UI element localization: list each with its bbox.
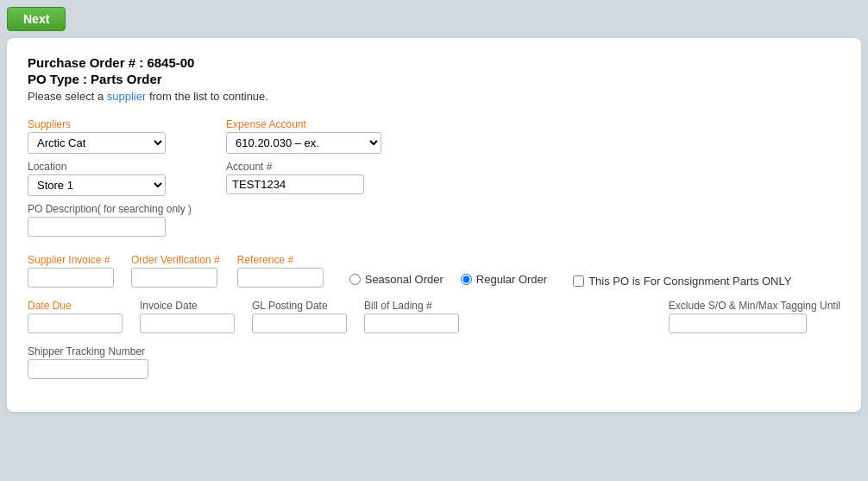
shipper-row: Shipper Tracking Number [28,345,840,379]
gl-posting-field: GL Posting Date [252,300,347,333]
exclude-label: Exclude S/O & Min/Max Tagging Until [669,300,840,312]
date-due-input[interactable] [28,313,123,333]
instruction-text: Please select a [28,90,107,103]
description-label: PO Description( for searching only ) [28,203,192,215]
order-verification-field: Order Verification # [131,254,220,288]
expense-label: Expense Account [226,118,381,130]
form-left: Suppliers Arctic Cat Location Store 1 PO… [28,118,192,237]
invoice-date-field: Invoice Date [140,300,235,333]
bill-of-lading-label: Bill of Lading # [364,300,459,312]
shipper-label: Shipper Tracking Number [28,345,148,358]
description-field: PO Description( for searching only ) [28,203,192,237]
fields-row-1: Supplier Invoice # Order Verification # … [28,254,840,288]
po-type: PO Type : Parts Order [28,72,840,86]
suppliers-field: Suppliers Arctic Cat [28,118,192,154]
supplier-invoice-label: Supplier Invoice # [28,254,114,266]
date-due-field: Date Due [28,300,123,333]
regular-order-label: Regular Order [476,273,547,286]
description-input[interactable] [28,217,166,237]
bill-of-lading-input[interactable] [364,313,459,333]
account-input[interactable] [226,174,364,194]
order-verification-input[interactable] [131,268,217,288]
supplier-link[interactable]: supplier [107,90,147,103]
location-label: Location [28,161,192,173]
consignment-checkbox-label[interactable]: This PO is For Consignment Parts ONLY [573,275,791,288]
account-field: Account # [226,161,381,194]
reference-field: Reference # [237,254,324,288]
expense-select[interactable]: 610.20.030 – ex. [226,132,381,154]
gl-posting-input[interactable] [252,313,347,333]
account-label: Account # [226,161,381,173]
form-right: Expense Account 610.20.030 – ex. Account… [226,118,381,194]
date-due-label: Date Due [28,300,123,312]
shipper-field: Shipper Tracking Number [28,345,148,379]
invoice-date-input[interactable] [140,313,235,333]
regular-order-radio-label[interactable]: Regular Order [461,273,547,286]
main-card: Purchase Order # : 6845-00 PO Type : Par… [7,38,861,412]
reference-label: Reference # [237,254,324,266]
fields-row-2: Date Due Invoice Date GL Posting Date Bi… [28,300,840,333]
gl-posting-label: GL Posting Date [252,300,347,312]
bill-of-lading-field: Bill of Lading # [364,300,459,333]
form-section: Suppliers Arctic Cat Location Store 1 PO… [28,118,840,237]
location-field: Location Store 1 [28,161,192,196]
po-number: Purchase Order # : 6845-00 [28,55,840,70]
seasonal-order-radio-label[interactable]: Seasonal Order [349,273,443,286]
regular-order-radio[interactable] [461,274,472,285]
shipper-input[interactable] [28,359,148,379]
expense-field: Expense Account 610.20.030 – ex. [226,118,381,154]
reference-input[interactable] [237,268,324,288]
location-select[interactable]: Store 1 [28,174,166,196]
consignment-checkbox[interactable] [573,275,584,287]
suppliers-label: Suppliers [28,118,192,130]
supplier-invoice-field: Supplier Invoice # [28,254,114,288]
po-instruction: Please select a supplier from the list t… [28,90,840,103]
exclude-input[interactable] [669,313,807,333]
seasonal-order-label: Seasonal Order [365,273,443,286]
instruction-suffix: from the list to continue. [146,90,268,103]
exclude-field: Exclude S/O & Min/Max Tagging Until [669,300,840,333]
consignment-label: This PO is For Consignment Parts ONLY [588,275,791,288]
radio-group: Seasonal Order Regular Order [349,273,547,288]
invoice-date-label: Invoice Date [140,300,235,312]
suppliers-select[interactable]: Arctic Cat [28,132,166,154]
seasonal-order-radio[interactable] [349,274,361,285]
next-button[interactable]: Next [7,7,66,31]
order-verification-label: Order Verification # [131,254,220,266]
supplier-invoice-input[interactable] [28,268,114,288]
